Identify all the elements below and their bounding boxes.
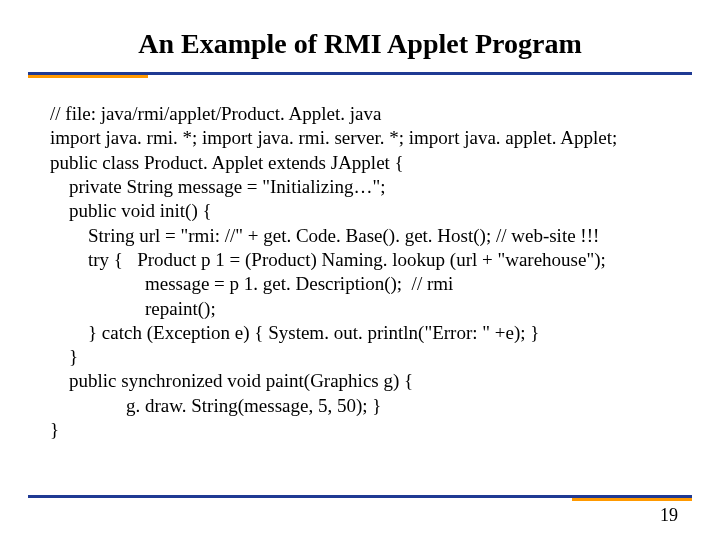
- code-line: message = p 1. get. Description(); // rm…: [50, 273, 453, 294]
- divider-bottom: [28, 495, 692, 498]
- code-line: }: [50, 346, 78, 367]
- divider-bottom-accent: [572, 498, 692, 501]
- code-line: repaint();: [50, 298, 216, 319]
- code-line: g. draw. String(message, 5, 50); }: [50, 395, 381, 416]
- slide: An Example of RMI Applet Program // file…: [0, 0, 720, 540]
- code-line: try { Product p 1 = (Product) Naming. lo…: [50, 249, 606, 270]
- code-line: // file: java/rmi/applet/Product. Applet…: [50, 103, 381, 124]
- code-line: }: [50, 419, 59, 440]
- code-line: String url = "rmi: //" + get. Code. Base…: [50, 225, 599, 246]
- code-line: public class Product. Applet extends JAp…: [50, 152, 404, 173]
- code-block: // file: java/rmi/applet/Product. Applet…: [0, 78, 720, 442]
- code-line: } catch (Exception e) { System. out. pri…: [50, 322, 539, 343]
- slide-title: An Example of RMI Applet Program: [0, 0, 720, 72]
- code-line: private String message = "Initializing…"…: [50, 176, 385, 197]
- code-line: public synchronized void paint(Graphics …: [50, 370, 413, 391]
- code-line: import java. rmi. *; import java. rmi. s…: [50, 127, 617, 148]
- page-number: 19: [660, 505, 678, 526]
- code-line: public void init() {: [50, 200, 212, 221]
